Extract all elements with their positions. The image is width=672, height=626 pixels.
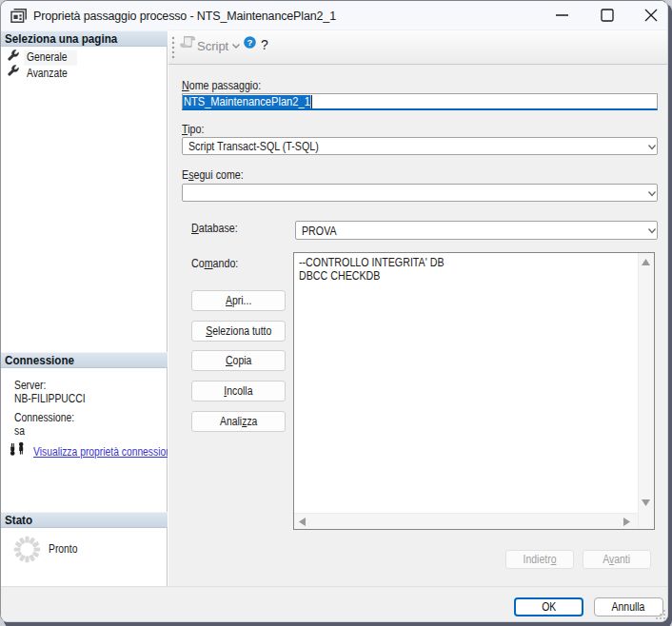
svg-text:?: ? bbox=[247, 37, 253, 48]
